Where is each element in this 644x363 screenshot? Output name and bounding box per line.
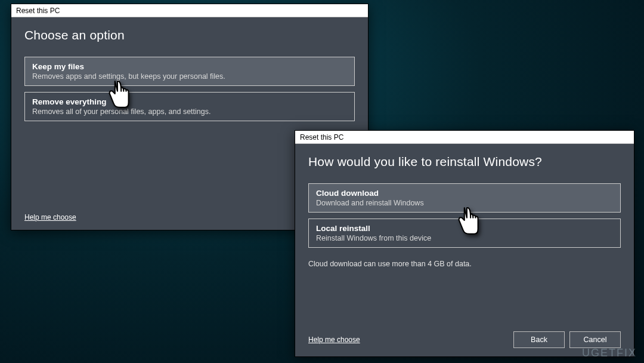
reset-dialog-2: Reset this PC How would you like to rein… — [295, 130, 634, 357]
titlebar: Reset this PC — [11, 4, 368, 17]
back-button[interactable]: Back — [513, 331, 565, 348]
option-subtitle: Removes all of your personal files, apps… — [32, 107, 347, 116]
cloud-data-note: Cloud download can use more than 4 GB of… — [308, 260, 621, 268]
option-title: Remove everything — [32, 97, 347, 106]
titlebar: Reset this PC — [295, 131, 634, 144]
option-title: Local reinstall — [316, 224, 613, 233]
option-keep-my-files[interactable]: Keep my files Removes apps and settings,… — [24, 57, 355, 86]
option-cloud-download[interactable]: Cloud download Download and reinstall Wi… — [308, 183, 621, 213]
option-subtitle: Removes apps and settings, but keeps you… — [32, 72, 347, 81]
dialog-footer: Help me choose Back Cancel — [308, 325, 621, 348]
dialog-heading: How would you like to reinstall Windows? — [308, 155, 621, 169]
option-title: Keep my files — [32, 62, 347, 71]
help-link[interactable]: Help me choose — [24, 213, 76, 222]
button-row: Back Cancel — [513, 331, 621, 348]
option-local-reinstall[interactable]: Local reinstall Reinstall Windows from t… — [308, 219, 621, 248]
dialog-heading: Choose an option — [24, 28, 355, 42]
cancel-button[interactable]: Cancel — [569, 331, 621, 348]
dialog-content: How would you like to reinstall Windows?… — [295, 144, 634, 356]
option-title: Cloud download — [316, 189, 613, 198]
watermark: UGETFIX — [582, 347, 637, 359]
option-subtitle: Reinstall Windows from this device — [316, 234, 613, 242]
help-link[interactable]: Help me choose — [308, 336, 360, 344]
option-subtitle: Download and reinstall Windows — [316, 199, 613, 207]
option-remove-everything[interactable]: Remove everything Removes all of your pe… — [24, 92, 355, 121]
